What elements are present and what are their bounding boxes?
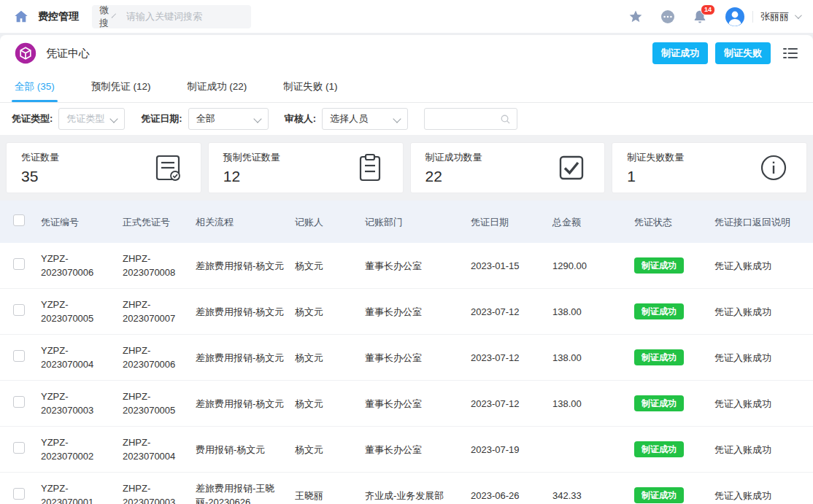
tab-all[interactable]: 全部 (35) <box>15 71 55 102</box>
status-badge: 制证成功 <box>634 441 684 457</box>
stat-card-voucher-count: 凭证数量 35 <box>6 142 201 193</box>
filter-search-input[interactable] <box>431 114 500 125</box>
chevron-down-icon[interactable] <box>795 12 802 19</box>
cell-process: 费用报销-杨文元 <box>196 443 295 457</box>
col-bookkeeper: 记账人 <box>295 215 365 229</box>
status-badge: 制证成功 <box>634 487 684 503</box>
select-all-checkbox[interactable] <box>13 214 25 226</box>
cell-bookkeeper: 杨文元 <box>295 259 365 273</box>
col-official-no: 正式凭证号 <box>123 215 196 229</box>
table-row[interactable]: YZPZ-2023070003 ZHPZ-2023070005 差旅费用报销-杨… <box>0 381 813 427</box>
cell-return-desc: 凭证入账成功 <box>714 351 813 365</box>
cell-official-no: ZHPZ-2023070005 <box>123 389 196 417</box>
tab-preset[interactable]: 预制凭证 (12) <box>91 71 151 102</box>
global-search[interactable]: 微搜 <box>92 5 251 28</box>
cell-return-desc: 凭证入账成功 <box>714 443 813 457</box>
col-department: 记账部门 <box>365 215 471 229</box>
stat-label: 预制凭证数量 <box>223 151 280 164</box>
row-checkbox[interactable] <box>13 442 25 454</box>
cell-voucher-no: YZPZ-2023070003 <box>41 389 123 417</box>
list-view-icon[interactable] <box>782 46 798 61</box>
table-row[interactable]: YZPZ-2023070006 ZHPZ-2023070008 差旅费用报销-杨… <box>0 243 813 289</box>
table-header: 凭证编号 正式凭证号 相关流程 记账人 记账部门 凭证日期 总金额 凭证状态 凭… <box>0 201 813 243</box>
row-checkbox[interactable] <box>13 488 25 500</box>
cell-process: 差旅费用报销-杨文元 <box>196 259 295 273</box>
favorite-star-icon[interactable] <box>628 9 643 24</box>
cell-date: 2023-07-12 <box>471 397 552 411</box>
voucher-type-label: 凭证类型: <box>12 112 53 125</box>
stat-card-success-count: 制证成功数量 22 <box>410 142 606 193</box>
info-circle-icon <box>758 152 789 183</box>
chevron-down-icon <box>112 13 116 18</box>
cell-amount: 138.00 <box>552 397 634 411</box>
cell-amount: 1290.00 <box>552 259 634 273</box>
cell-date: 2023-07-12 <box>471 305 552 319</box>
stat-cards: 凭证数量 35 预制凭证数量 12 <box>0 135 813 201</box>
notification-badge: 14 <box>701 4 715 15</box>
app-title: 费控管理 <box>38 10 79 23</box>
divider <box>752 11 753 23</box>
row-checkbox[interactable] <box>13 396 25 408</box>
stat-value: 12 <box>223 168 280 185</box>
status-badge: 制证成功 <box>634 303 684 319</box>
cell-date: 2023-06-26 <box>471 489 552 503</box>
stat-value: 22 <box>425 168 482 185</box>
auditor-label: 审核人: <box>285 112 316 125</box>
top-bar: 费控管理 微搜 14 张丽丽 <box>0 0 813 34</box>
table-body: YZPZ-2023070006 ZHPZ-2023070008 差旅费用报销-杨… <box>0 243 813 504</box>
voucher-date-select[interactable]: 全部 <box>188 108 269 130</box>
stat-card-preset-count: 预制凭证数量 12 <box>208 142 404 193</box>
filter-search[interactable] <box>424 108 517 130</box>
status-badge: 制证成功 <box>634 257 684 274</box>
notifications[interactable]: 14 <box>693 9 707 24</box>
tab-success[interactable]: 制证成功 (22) <box>188 71 247 102</box>
table-row[interactable]: YZPZ-2023070005 ZHPZ-2023070007 差旅费用报销-杨… <box>0 289 813 335</box>
cell-bookkeeper: 杨文元 <box>295 397 365 411</box>
title-row: 凭证中心 制证成功 制证失败 <box>0 35 813 71</box>
col-amount: 总金额 <box>552 215 634 229</box>
voucher-type-value: 凭证类型 <box>66 112 104 125</box>
filter-row: 凭证类型: 凭证类型 凭证日期: 全部 审核人: 选择人员 <box>0 103 813 135</box>
cell-process: 差旅费用报销-王晓丽-20230626 <box>196 481 295 504</box>
more-options-icon[interactable] <box>660 9 675 24</box>
home-icon[interactable] <box>13 9 29 25</box>
status-badge: 制证成功 <box>634 395 684 411</box>
global-search-input[interactable] <box>126 11 255 22</box>
table-row[interactable]: YZPZ-2023070004 ZHPZ-2023070006 差旅费用报销-杨… <box>0 335 813 381</box>
tab-failed[interactable]: 制证失败 (1) <box>283 71 337 102</box>
make-voucher-fail-button[interactable]: 制证失败 <box>715 42 771 64</box>
row-checkbox[interactable] <box>13 350 25 362</box>
search-icon[interactable] <box>500 114 511 125</box>
cell-official-no: ZHPZ-2023070004 <box>123 435 196 463</box>
row-checkbox[interactable] <box>13 304 25 316</box>
cell-return-desc: 凭证入账成功 <box>714 259 813 273</box>
voucher-module-icon <box>15 42 36 64</box>
cell-official-no: ZHPZ-2023070006 <box>123 344 196 371</box>
cell-amount: 342.33 <box>552 489 634 503</box>
cell-voucher-no: YZPZ-2023070006 <box>41 252 123 279</box>
cell-bookkeeper: 王晓丽 <box>295 489 365 503</box>
auditor-select[interactable]: 选择人员 <box>322 108 408 130</box>
checkbox-checked-icon <box>556 152 587 183</box>
cell-process: 差旅费用报销-杨文元 <box>196 305 295 319</box>
cell-department: 董事长办公室 <box>365 351 471 365</box>
cell-official-no: ZHPZ-2023070007 <box>123 298 196 325</box>
voucher-center-panel: 凭证中心 制证成功 制证失败 全部 (35) 预制凭证 (12) 制证成功 (2… <box>0 35 813 504</box>
cell-date: 2023-07-12 <box>471 351 552 365</box>
make-voucher-success-button[interactable]: 制证成功 <box>652 42 708 64</box>
table-row[interactable]: YZPZ-2023070002 ZHPZ-2023070004 费用报销-杨文元… <box>0 427 813 473</box>
stat-card-fail-count: 制证失败数量 1 <box>612 142 807 193</box>
voucher-type-select[interactable]: 凭证类型 <box>58 108 125 130</box>
user-name[interactable]: 张丽丽 <box>760 10 789 23</box>
stat-label: 凭证数量 <box>21 151 59 164</box>
stat-value: 1 <box>627 168 684 185</box>
stat-label: 制证失败数量 <box>627 151 684 164</box>
col-status: 凭证状态 <box>634 215 714 229</box>
cell-department: 董事长办公室 <box>365 397 471 411</box>
search-scope-select[interactable]: 微搜 <box>99 4 109 30</box>
table-row[interactable]: YZPZ-2023070001 ZHPZ-2023070003 差旅费用报销-王… <box>0 473 813 504</box>
cell-official-no: ZHPZ-2023070003 <box>123 481 196 504</box>
avatar[interactable] <box>725 7 745 27</box>
row-checkbox[interactable] <box>13 258 25 270</box>
auditor-value: 选择人员 <box>330 112 368 125</box>
